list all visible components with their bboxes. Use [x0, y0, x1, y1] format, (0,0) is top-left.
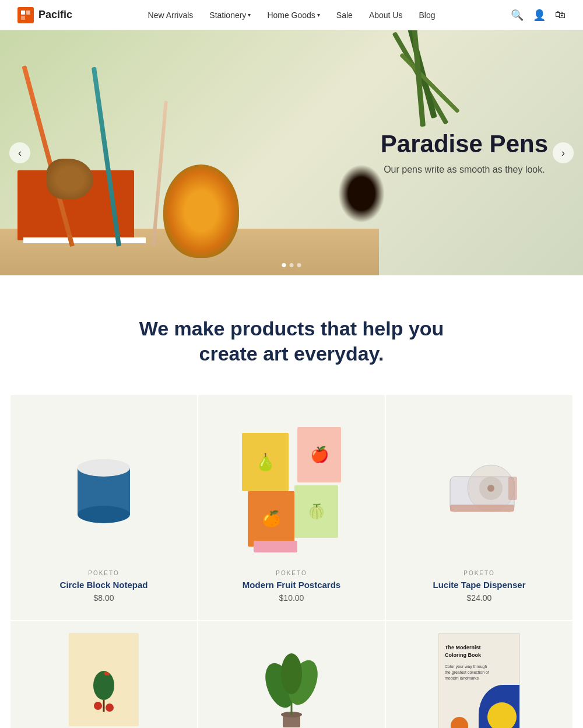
plant-illustration: [265, 639, 318, 728]
carousel-dot-3[interactable]: [297, 263, 301, 267]
svg-rect-2: [21, 16, 25, 20]
product-image-notepad: [22, 418, 185, 558]
svg-point-18: [106, 704, 114, 712]
product-price-postcards: $10.00: [210, 593, 373, 603]
product-card-bird[interactable]: [10, 621, 197, 728]
hero-carousel: Paradise Pens Our pens write as smooth a…: [0, 30, 583, 275]
product-card-coloring-book[interactable]: The ModernistColoring Book Color your wa…: [386, 621, 573, 728]
logo[interactable]: Pacific: [17, 7, 72, 23]
product-card-tape[interactable]: POKETO Lucite Tape Dispenser $24.00: [386, 395, 573, 620]
carousel-dots: [282, 263, 301, 267]
tape-dispenser-svg: [433, 453, 526, 523]
svg-point-5: [78, 506, 130, 523]
coloring-book-image: The ModernistColoring Book Color your wa…: [438, 633, 520, 728]
nav-new-arrivals[interactable]: New Arrivals: [148, 10, 194, 20]
svg-point-13: [93, 671, 114, 700]
product-info-notepad: POKETO Circle Block Notepad $8.00: [22, 570, 185, 603]
hero-background: Paradise Pens Our pens write as smooth a…: [0, 30, 583, 275]
cb-orange-shape: [451, 717, 468, 728]
carousel-next-button[interactable]: ›: [553, 142, 574, 163]
carousel-dot-1[interactable]: [282, 263, 286, 267]
svg-point-24: [281, 653, 302, 694]
product-image-tape: [398, 418, 561, 558]
product-info-tape: POKETO Lucite Tape Dispenser $24.00: [398, 570, 561, 603]
postcard-3: 🍊: [248, 491, 294, 547]
hero-papaya-seeds: [338, 164, 385, 223]
chevron-down-icon: ▾: [248, 12, 251, 18]
bird-print-image: [69, 633, 139, 726]
logo-text: Pacific: [38, 9, 72, 21]
hero-white-book: [23, 237, 146, 243]
svg-point-6: [78, 459, 130, 477]
hero-text-block: Paradise Pens Our pens write as smooth a…: [381, 131, 548, 175]
tagline-section: We make products that help you create ar…: [0, 275, 583, 395]
coloring-book-subtitle: Color your way through the greatest coll…: [445, 664, 491, 681]
chevron-down-icon: ▾: [317, 12, 320, 18]
product-price-tape: $24.00: [398, 593, 561, 603]
cart-icon[interactable]: 🛍: [555, 9, 566, 21]
hero-subtitle: Our pens write as smooth as they look.: [381, 164, 548, 175]
carousel-prev-button[interactable]: ‹: [9, 142, 30, 163]
svg-rect-11: [450, 505, 514, 512]
postcard-1: 🍐: [242, 433, 289, 491]
svg-rect-12: [508, 477, 517, 500]
chevron-left-icon: ‹: [18, 147, 22, 159]
postcard-5: [254, 541, 297, 552]
tagline-text: We make products that help you create ar…: [117, 316, 466, 366]
plant-image: [257, 633, 326, 728]
product-card-postcards[interactable]: 🍐 🍎 🍊 🍈 POKETO Modern Fruit Postcards $1…: [198, 395, 385, 620]
products-grid-row1: POKETO Circle Block Notepad $8.00 🍐 🍎 🍊 …: [0, 395, 583, 620]
products-grid-row2: The ModernistColoring Book Color your wa…: [0, 620, 583, 728]
svg-point-10: [487, 485, 494, 492]
svg-rect-0: [21, 10, 25, 15]
product-name-notepad: Circle Block Notepad: [22, 580, 185, 590]
bird-illustration: [80, 645, 127, 715]
header: Pacific New Arrivals Stationery ▾ Home G…: [0, 0, 583, 30]
postcard-4: 🍈: [294, 485, 338, 538]
nav-about-us[interactable]: About Us: [369, 10, 403, 20]
nav-blog[interactable]: Blog: [419, 10, 435, 20]
search-icon[interactable]: 🔍: [511, 9, 524, 22]
product-name-postcards: Modern Fruit Postcards: [210, 580, 373, 590]
chevron-right-icon: ›: [561, 147, 565, 159]
product-price-notepad: $8.00: [22, 593, 185, 603]
product-brand-postcards: POKETO: [210, 570, 373, 576]
account-icon[interactable]: 👤: [533, 9, 546, 22]
product-image-postcards: 🍐 🍎 🍊 🍈: [210, 418, 373, 558]
product-name-tape: Lucite Tape Dispenser: [398, 580, 561, 590]
hero-papaya: [163, 164, 239, 258]
svg-rect-1: [26, 10, 30, 15]
logo-icon: [17, 7, 34, 23]
product-brand-notepad: POKETO: [22, 570, 185, 576]
product-info-postcards: POKETO Modern Fruit Postcards $10.00: [210, 570, 373, 603]
postcards-stack: 🍐 🍎 🍊 🍈: [242, 427, 341, 550]
nav-sale[interactable]: Sale: [336, 10, 353, 20]
svg-point-17: [94, 702, 102, 710]
hero-title: Paradise Pens: [381, 131, 548, 158]
product-card-notepad[interactable]: POKETO Circle Block Notepad $8.00: [10, 395, 197, 620]
notepad-svg: [69, 447, 139, 529]
postcard-2: 🍎: [297, 427, 341, 482]
hero-cookie: [47, 159, 93, 200]
main-nav: New Arrivals Stationery ▾ Home Goods ▾ S…: [148, 10, 436, 20]
coloring-book-title: The ModernistColoring Book: [445, 644, 497, 659]
carousel-dot-2[interactable]: [290, 263, 294, 267]
nav-stationery[interactable]: Stationery ▾: [209, 10, 251, 20]
product-card-plant[interactable]: [198, 621, 385, 728]
header-icons: 🔍 👤 🛍: [511, 9, 566, 22]
nav-home-goods[interactable]: Home Goods ▾: [267, 10, 319, 20]
product-brand-tape: POKETO: [398, 570, 561, 576]
cb-yellow-circle: [487, 702, 517, 728]
